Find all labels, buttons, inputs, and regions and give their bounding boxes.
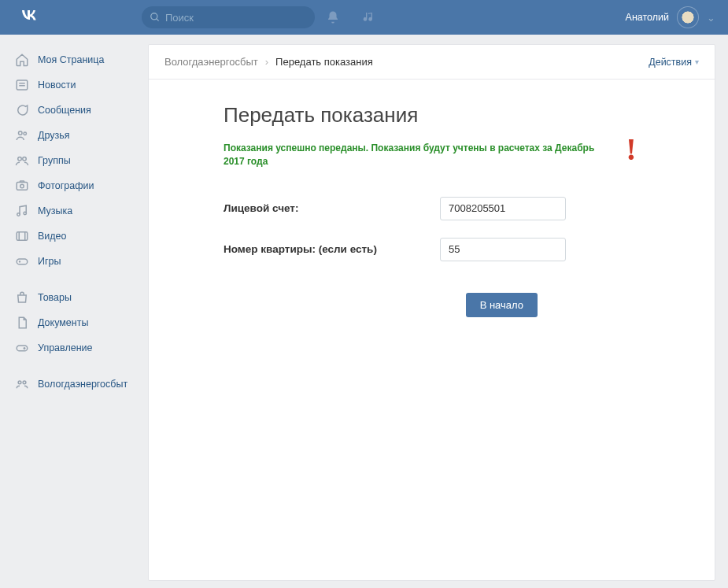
manage-icon — [14, 340, 30, 356]
docs-icon — [14, 315, 30, 331]
sidebar-item-manage[interactable]: Управление — [9, 335, 139, 361]
sidebar-item-friends[interactable]: Друзья — [9, 123, 139, 148]
sidebar-item-label: Товары — [38, 292, 72, 303]
sidebar-item-games[interactable]: Игры — [9, 249, 139, 274]
svg-rect-16 — [17, 259, 28, 264]
breadcrumb-bar: Вологдаэнергосбыт › Передать показания Д… — [149, 45, 715, 80]
apartment-input[interactable] — [440, 238, 566, 261]
news-icon — [14, 77, 30, 93]
group-icon — [14, 376, 30, 392]
button-row: В начало — [224, 293, 640, 317]
exclamation-icon: ! — [626, 137, 636, 162]
sidebar-item-label: Видео — [38, 231, 67, 242]
sidebar-item-label: Документы — [38, 317, 88, 328]
svg-point-21 — [18, 381, 21, 384]
sidebar-item-label: Друзья — [38, 130, 70, 141]
svg-point-22 — [23, 381, 26, 384]
messages-icon — [14, 102, 30, 118]
to-start-button[interactable]: В начало — [466, 293, 538, 317]
sidebar-item-label: Фотографии — [38, 180, 94, 191]
svg-point-8 — [23, 157, 27, 161]
sidebar-item-photos[interactable]: Фотографии — [9, 173, 139, 198]
video-icon — [14, 228, 30, 244]
sidebar-item-market[interactable]: Товары — [9, 285, 139, 310]
friends-icon — [14, 128, 30, 143]
sidebar: Моя Страница Новости Сообщения Друзья Гр… — [9, 44, 139, 581]
svg-rect-13 — [17, 232, 28, 241]
svg-point-20 — [24, 348, 25, 349]
svg-point-0 — [151, 13, 157, 20]
search-input[interactable] — [165, 12, 307, 24]
apartment-label: Номер квартиры: (если есть) — [224, 243, 440, 255]
sidebar-item-label: Новости — [38, 80, 76, 91]
account-row: Лицевой счет: — [224, 197, 640, 220]
success-row: Показания успешно переданы. Показания бу… — [224, 142, 640, 168]
sidebar-item-label: Группы — [38, 155, 71, 166]
market-icon — [14, 290, 30, 305]
main-card: Вологдаэнергосбыт › Передать показания Д… — [148, 44, 715, 581]
svg-point-10 — [20, 184, 24, 188]
avatar — [677, 6, 699, 28]
svg-point-5 — [19, 131, 23, 135]
top-icon-row — [326, 10, 376, 24]
sidebar-item-messages[interactable]: Сообщения — [9, 98, 139, 123]
breadcrumb-root[interactable]: Вологдаэнергосбыт — [164, 56, 258, 68]
user-name: Анатолий — [626, 12, 669, 23]
sidebar-item-label: Управление — [38, 342, 93, 353]
search-box[interactable] — [142, 6, 315, 28]
sidebar-item-label: Сообщения — [38, 105, 91, 116]
chevron-down-icon: ▾ — [695, 57, 699, 66]
sidebar-item-my-page[interactable]: Моя Страница — [9, 47, 139, 72]
games-icon — [14, 253, 30, 269]
actions-label: Действия — [649, 57, 692, 68]
bell-icon[interactable] — [326, 10, 340, 24]
svg-point-7 — [18, 157, 22, 161]
sidebar-item-groups[interactable]: Группы — [9, 148, 139, 173]
home-icon — [14, 52, 30, 68]
sidebar-item-docs[interactable]: Документы — [9, 310, 139, 335]
actions-dropdown[interactable]: Действия ▾ — [649, 57, 699, 68]
topbar: Анатолий ⌄ — [0, 0, 728, 35]
breadcrumb-current: Передать показания — [275, 56, 373, 68]
svg-line-1 — [157, 19, 159, 21]
sidebar-item-video[interactable]: Видео — [9, 224, 139, 249]
svg-point-11 — [17, 213, 20, 216]
user-menu[interactable]: Анатолий ⌄ — [626, 6, 715, 28]
search-icon — [150, 12, 161, 23]
music-note-icon — [14, 203, 30, 219]
svg-rect-9 — [17, 183, 28, 190]
music-icon[interactable] — [362, 10, 376, 24]
apartment-row: Номер квартиры: (если есть) — [224, 238, 640, 261]
svg-point-12 — [24, 212, 26, 214]
svg-rect-19 — [17, 346, 28, 351]
sidebar-item-news[interactable]: Новости — [9, 72, 139, 98]
sidebar-item-label: Музыка — [38, 205, 72, 216]
page-title: Передать показания — [224, 103, 640, 128]
sidebar-item-label: Моя Страница — [38, 54, 104, 65]
content: Передать показания Показания успешно пер… — [149, 80, 715, 317]
success-message: Показания успешно переданы. Показания бу… — [224, 142, 610, 168]
account-input[interactable] — [440, 197, 566, 220]
sidebar-item-label: Игры — [38, 256, 61, 267]
svg-point-6 — [24, 132, 26, 135]
photos-icon — [14, 178, 30, 194]
groups-icon — [14, 153, 30, 168]
sidebar-item-label: Вологдаэнергосбыт — [38, 379, 127, 390]
account-label: Лицевой счет: — [224, 202, 440, 214]
breadcrumb-sep: › — [265, 56, 268, 68]
chevron-down-icon: ⌄ — [707, 12, 715, 24]
vk-logo[interactable] — [20, 6, 39, 29]
sidebar-item-vologda[interactable]: Вологдаэнергосбыт — [9, 372, 139, 397]
sidebar-item-music[interactable]: Музыка — [9, 198, 139, 224]
